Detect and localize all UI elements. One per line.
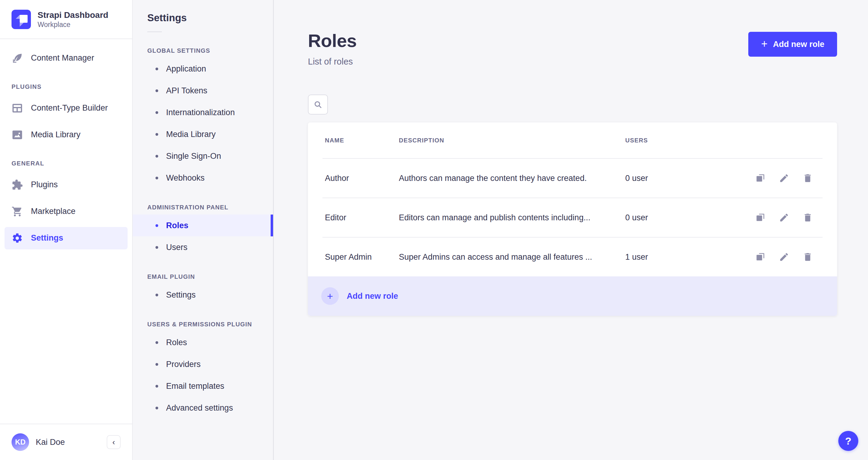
sidebar-nav: Content Manager PLUGINS Content-Type Bui… <box>0 39 132 424</box>
duplicate-role-button[interactable] <box>755 212 766 223</box>
subnav-item-email-templates[interactable]: Email templates <box>133 375 273 397</box>
bullet-icon <box>155 177 158 179</box>
subnav-item-api-tokens[interactable]: API Tokens <box>133 80 273 101</box>
table-row-super-admin[interactable]: Super Admin Super Admins can access and … <box>308 238 837 276</box>
page-title: Roles <box>308 30 357 51</box>
role-name: Author <box>308 174 399 183</box>
footer-add-new-role-label: Add new role <box>347 292 398 301</box>
subnav-item-advanced-settings[interactable]: Advanced settings <box>133 397 273 419</box>
add-new-role-button-label: Add new role <box>773 40 824 49</box>
subnav-item-providers[interactable]: Providers <box>133 353 273 375</box>
subnav-section-email-plugin: EMAIL PLUGIN <box>147 273 273 280</box>
sidebar-item-plugins[interactable]: Plugins <box>4 174 128 196</box>
role-description: Editors can manage and publish contents … <box>399 213 625 222</box>
brand-subtitle: Workplace <box>38 20 108 29</box>
subnav-item-label: Single Sign-On <box>166 152 221 161</box>
subnav-item-internationalization[interactable]: Internationalization <box>133 101 273 123</box>
duplicate-role-button[interactable] <box>755 173 766 183</box>
settings-subnav: Settings GLOBAL SETTINGS Application API… <box>133 0 274 460</box>
plus-icon: + <box>761 38 767 50</box>
sidebar-section-plugins: PLUGINS <box>4 83 128 90</box>
trash-icon <box>803 252 813 262</box>
bullet-icon <box>155 385 158 388</box>
page-header: Roles List of roles + Add new role <box>274 0 868 67</box>
table-row-author[interactable]: Author Authors can manage the content th… <box>308 159 837 197</box>
duplicate-icon <box>755 173 766 183</box>
trash-icon <box>803 173 813 183</box>
edit-role-button[interactable] <box>779 212 789 223</box>
subnav-item-application[interactable]: Application <box>133 58 273 80</box>
subnav-item-webhooks[interactable]: Webhooks <box>133 167 273 189</box>
edit-role-button[interactable] <box>779 252 789 262</box>
puzzle-icon <box>11 179 23 191</box>
sidebar-item-content-manager[interactable]: Content Manager <box>4 47 128 69</box>
sidebar-item-content-type-builder[interactable]: Content-Type Builder <box>4 97 128 119</box>
duplicate-role-button[interactable] <box>755 252 766 262</box>
roles-table: NAME DESCRIPTION USERS Author Authors ca… <box>308 122 837 316</box>
pencil-icon <box>779 252 789 262</box>
subnav-divider <box>147 32 162 32</box>
avatar[interactable]: KD <box>11 433 29 451</box>
brand-block[interactable]: Strapi Dashboard Workplace <box>0 0 132 39</box>
subnav-item-media-library[interactable]: Media Library <box>133 123 273 145</box>
strapi-dashboard-app: Strapi Dashboard Workplace Content Manag… <box>0 0 868 460</box>
subnav-item-roles[interactable]: Roles <box>133 215 273 236</box>
subnav-item-label: Settings <box>166 290 196 300</box>
sidebar-item-label: Marketplace <box>31 207 75 216</box>
table-footer-add-new-role[interactable]: + Add new role <box>308 276 837 316</box>
bullet-icon <box>155 246 158 249</box>
trash-icon <box>803 212 813 223</box>
add-new-role-button[interactable]: + Add new role <box>748 32 837 57</box>
role-users-count: 0 user <box>625 174 755 183</box>
question-mark-icon: ? <box>845 435 851 447</box>
subnav-item-label: API Tokens <box>166 86 207 95</box>
subnav-item-email-settings[interactable]: Settings <box>133 284 273 306</box>
gear-icon <box>11 233 23 244</box>
bullet-icon <box>155 133 158 136</box>
cart-icon <box>11 206 23 217</box>
role-description: Authors can manage the content they have… <box>399 174 625 183</box>
subnav-title: Settings <box>133 12 273 24</box>
search-button[interactable] <box>308 95 328 115</box>
sidebar-item-media-library[interactable]: Media Library <box>4 124 128 146</box>
column-header-name: NAME <box>308 137 399 144</box>
column-header-users: USERS <box>625 137 813 144</box>
pencil-icon <box>779 212 789 223</box>
delete-role-button[interactable] <box>803 173 813 183</box>
role-users-count: 0 user <box>625 213 755 222</box>
subnav-section-global-settings: GLOBAL SETTINGS <box>147 47 273 54</box>
sidebar-item-settings[interactable]: Settings <box>4 227 128 249</box>
column-header-description: DESCRIPTION <box>399 137 625 144</box>
help-button[interactable]: ? <box>838 431 858 451</box>
sidebar-item-label: Content-Type Builder <box>31 103 108 113</box>
sidebar-footer: KD Kai Doe ‹ <box>0 424 132 460</box>
bullet-icon <box>155 407 158 409</box>
role-name: Editor <box>308 213 399 222</box>
bullet-icon <box>155 89 158 92</box>
duplicate-icon <box>755 252 766 262</box>
bullet-icon <box>155 155 158 158</box>
subnav-item-label: Application <box>166 64 206 74</box>
subnav-item-single-sign-on[interactable]: Single Sign-On <box>133 145 273 167</box>
subnav-item-label: Roles <box>166 338 187 347</box>
bullet-icon <box>155 363 158 366</box>
subnav-item-users[interactable]: Users <box>133 236 273 258</box>
delete-role-button[interactable] <box>803 252 813 262</box>
subnav-item-up-roles[interactable]: Roles <box>133 332 273 353</box>
collapse-sidebar-button[interactable]: ‹ <box>107 435 121 449</box>
pencil-icon <box>779 173 789 183</box>
page-subtitle: List of roles <box>308 57 357 67</box>
edit-role-button[interactable] <box>779 173 789 183</box>
table-row-editor[interactable]: Editor Editors can manage and publish co… <box>308 198 837 237</box>
search-icon <box>313 100 322 109</box>
delete-role-button[interactable] <box>803 212 813 223</box>
subnav-item-label: Advanced settings <box>166 403 233 413</box>
bullet-icon <box>155 68 158 70</box>
plus-circle-icon: + <box>321 287 339 305</box>
sidebar-item-marketplace[interactable]: Marketplace <box>4 200 128 223</box>
sidebar-item-label: Plugins <box>31 180 58 189</box>
subnav-item-label: Users <box>166 243 188 252</box>
subnav-section-users-permissions-plugin: USERS & PERMISSIONS PLUGIN <box>147 321 273 328</box>
role-description: Super Admins can access and manage all f… <box>399 252 625 262</box>
bullet-icon <box>155 111 158 114</box>
